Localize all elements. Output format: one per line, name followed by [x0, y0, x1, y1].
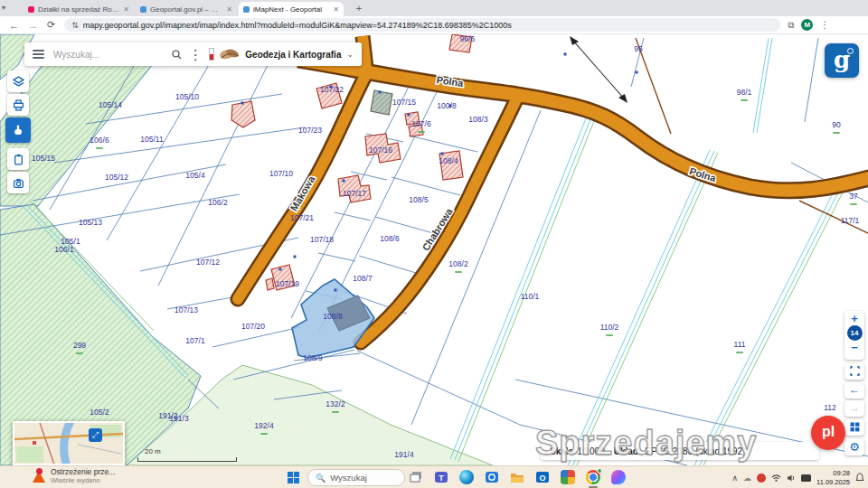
taskbar-clock[interactable]: 09:28 11.09.2025 — [816, 469, 850, 486]
module-selector[interactable]: Geodezja i Kartografia — [245, 50, 341, 60]
url-text: mapy.geoportal.gov.pl/imapnext/imap/inde… — [83, 21, 512, 30]
tool-clipboard-button[interactable] — [7, 148, 29, 170]
search-input[interactable]: Wyszukaj... — [53, 50, 172, 60]
tab-close-icon[interactable]: ✕ — [119, 5, 129, 14]
parcel-label: 100/8 — [437, 101, 457, 110]
wifi-icon[interactable] — [771, 474, 781, 483]
task-view-button[interactable] — [409, 470, 423, 484]
tab-geoportal[interactable]: Geoportal.gov.pl – Geoportal ... ✕ — [136, 2, 237, 16]
address-point-marker — [335, 289, 337, 292]
svg-text:T: T — [439, 474, 444, 483]
back-icon[interactable]: ← — [9, 20, 19, 31]
zoom-level-badge: 14 — [847, 325, 863, 341]
file-explorer-icon[interactable] — [510, 470, 524, 484]
forward-icon[interactable]: → — [28, 20, 38, 31]
fullscreen-button[interactable] — [844, 363, 864, 380]
tab-list-chevron-icon[interactable]: ▾ — [2, 4, 5, 12]
profile-avatar[interactable]: M — [801, 19, 813, 31]
geoportal-search-bar: Wyszukaj... ⋮ Geodezja i Kartografia ⌄ — [24, 42, 362, 66]
search-icon: 🔍 — [316, 474, 326, 483]
fullscreen-icon — [850, 366, 860, 376]
parcel-label: 95 — [634, 44, 643, 53]
recording-icon[interactable] — [757, 474, 766, 483]
parcel-label: 108/4 — [439, 156, 458, 165]
overview-map[interactable]: ⤢ — [13, 421, 125, 465]
parcel-label: 191/3 — [169, 414, 189, 423]
parcel-label: 105/10 — [175, 92, 199, 101]
tab-close-icon[interactable]: ✕ — [329, 5, 339, 14]
chevron-down-icon[interactable]: ⌄ — [346, 50, 354, 59]
media-app-icon[interactable] — [485, 470, 499, 484]
parcel-label: 299 — [73, 341, 86, 350]
parcel-label: 37 — [849, 192, 858, 201]
tool-identify-button[interactable] — [5, 117, 31, 143]
history-forward-button[interactable]: → — [844, 400, 864, 417]
logo-orbit-icon — [847, 48, 854, 54]
parcel-label: 191/4 — [394, 450, 414, 459]
chrome-badge — [597, 468, 602, 474]
menu-icon[interactable] — [33, 48, 44, 61]
notification-bell-icon[interactable] — [855, 473, 864, 483]
parcel-label: 108/2 — [448, 259, 468, 268]
search-icon[interactable] — [172, 50, 182, 60]
land-use-tick — [260, 433, 268, 435]
scale-label: Skala — [550, 446, 573, 456]
settings-gear-button[interactable]: ⚙ — [844, 439, 864, 455]
taskbar-search[interactable]: 🔍 Wyszukaj — [307, 469, 405, 486]
tab-label: Działki na sprzedaż Rokitnica... — [38, 5, 119, 14]
history-back-button[interactable]: ← — [844, 382, 864, 399]
map-status-bar: Skala 1:1000 Układ: EPSG 2180 (układ 199… — [541, 442, 819, 460]
parcel-label: 108/7 — [353, 274, 373, 283]
install-app-icon[interactable]: ⧉ — [788, 20, 794, 31]
address-point-marker — [564, 53, 567, 56]
onedrive-icon[interactable]: ☁ — [743, 474, 751, 483]
new-tab-button[interactable]: + — [353, 3, 365, 15]
photos-app-icon[interactable] — [561, 470, 575, 484]
parcel-label: 105/13 — [79, 218, 102, 227]
land-use-tick — [76, 352, 83, 354]
zoom-panel: + 14 − — [844, 311, 864, 360]
tab-label: iMapNext - Geoportal — [253, 5, 322, 14]
tool-layers-button[interactable] — [7, 70, 29, 92]
parcel-label: 105/4 — [185, 171, 205, 180]
tool-print-button[interactable] — [7, 94, 29, 116]
zoom-out-button[interactable]: − — [844, 342, 864, 353]
outlook-app-icon[interactable]: O — [535, 470, 550, 484]
parcel-label: 132/2 — [326, 399, 345, 408]
battery-icon[interactable] — [801, 474, 811, 482]
paint-app-icon[interactable] — [611, 470, 626, 484]
parcel-label: 105/12 — [105, 173, 128, 182]
chrome-app-icon[interactable] — [586, 470, 600, 484]
browser-menu-icon[interactable]: ⋮ — [820, 20, 829, 30]
watermark-pl-badge: pl — [811, 416, 845, 450]
parcel-label: 105/14 — [99, 100, 122, 109]
windows-taskbar: Ostrzeżenie prze... Właśnie wydano 🔍 Wys… — [0, 465, 868, 488]
teams-app-icon[interactable]: T — [434, 470, 448, 484]
address-point-marker — [408, 114, 410, 117]
basemap-button[interactable] — [844, 419, 864, 436]
tray-expand-icon[interactable]: ∧ — [731, 474, 738, 483]
cadastral-map[interactable]: 96/69598/190105/14105/10106/6105/11105/1… — [0, 34, 868, 465]
address-bar[interactable]: ⇅ mapy.geoportal.gov.pl/imapnext/imap/in… — [64, 18, 780, 32]
edge-app-icon[interactable] — [459, 470, 474, 484]
zoom-in-button[interactable]: + — [844, 313, 864, 324]
tool-camera-button[interactable] — [7, 172, 29, 193]
volume-icon[interactable] — [787, 474, 796, 483]
notification-toast[interactable]: Ostrzeżenie prze... Właśnie wydano — [33, 468, 115, 484]
address-point-marker — [279, 268, 282, 271]
start-button[interactable] — [288, 472, 299, 483]
tab-imapnext-active[interactable]: iMapNext - Geoportal ✕ — [239, 2, 344, 16]
parcel-label: 105/15 — [32, 154, 55, 163]
parcel-label: 105/11 — [140, 135, 164, 144]
site-settings-icon[interactable]: ⇅ — [71, 21, 79, 30]
tab-listing[interactable]: Działki na sprzedaż Rokitnica... ✕ — [24, 2, 134, 16]
parcel-label: 117/1 — [841, 216, 860, 225]
search-options-icon[interactable]: ⋮ — [188, 46, 203, 63]
geoportal-logo[interactable]: g — [825, 43, 859, 78]
parcel-label: 107/16 — [369, 145, 392, 155]
tab-close-icon[interactable]: ✕ — [222, 5, 232, 14]
reload-icon[interactable]: ⟳ — [47, 19, 55, 31]
tab-favicon-icon — [28, 6, 34, 13]
overview-expand-button[interactable]: ⤢ — [89, 428, 102, 442]
svg-text:O: O — [539, 474, 545, 483]
